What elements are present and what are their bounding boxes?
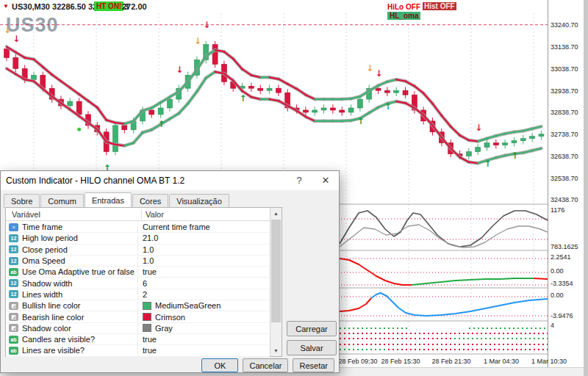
button-carregar[interactable]: Carregar bbox=[287, 321, 337, 336]
button-cancelar[interactable]: Cancelar bbox=[243, 358, 288, 372]
param-name: Use Oma Adaptive true or false bbox=[22, 267, 137, 276]
symbol-dropdown-icon[interactable]: ▼ bbox=[3, 3, 9, 10]
tab-entradas[interactable]: Entradas bbox=[85, 192, 132, 208]
scroll-up-icon[interactable]: ▲ bbox=[270, 208, 282, 219]
enum-type-icon: ≡ bbox=[9, 223, 18, 231]
param-name: Shadow color bbox=[22, 324, 137, 333]
color-type-icon: ◩ bbox=[9, 302, 18, 310]
chart-header-bar: ▼ US30,M30 32286.50 32289.00 3 HT ON! 27… bbox=[0, 0, 548, 13]
param-value: 1.0 bbox=[137, 256, 270, 266]
bool-type-icon: ab bbox=[9, 336, 18, 344]
hist-off-badge[interactable]: Hist OFF bbox=[423, 2, 456, 10]
param-name: Lines width bbox=[22, 290, 137, 299]
close-button[interactable]: ✕ bbox=[312, 171, 339, 190]
table-row[interactable]: abLines are visible?true bbox=[6, 345, 270, 356]
param-value: true bbox=[137, 334, 270, 344]
table-body: ≡Time frameCurrent time frame12High low … bbox=[6, 222, 270, 357]
price-scale-column[interactable] bbox=[548, 0, 584, 367]
svg-text:↑: ↑ bbox=[384, 101, 392, 112]
tab-visualização[interactable]: Visualização bbox=[169, 194, 229, 208]
param-value: Crimson bbox=[137, 311, 270, 322]
side-buttons: CarregarSalvar bbox=[287, 321, 337, 355]
table-row[interactable]: 12Shadow width6 bbox=[6, 278, 270, 289]
button-salvar[interactable]: Salvar bbox=[287, 340, 337, 355]
color-swatch bbox=[143, 324, 151, 332]
button-ok[interactable]: OK bbox=[201, 358, 238, 372]
table-row[interactable]: abCandles are visible?true bbox=[6, 334, 270, 345]
param-name: Candles are visible? bbox=[22, 335, 137, 344]
number-type-icon: 12 bbox=[9, 245, 18, 253]
tab-cores[interactable]: Cores bbox=[132, 194, 168, 208]
param-name: Bullish line color bbox=[22, 301, 137, 310]
param-value: true bbox=[137, 345, 270, 355]
bool-type-icon: ab bbox=[9, 347, 18, 355]
param-value-text: 2 bbox=[143, 290, 147, 299]
param-value: Current time frame bbox=[137, 222, 270, 232]
table-row[interactable]: 12High low period21.0 bbox=[6, 233, 270, 244]
table-row[interactable]: ◩Bullish line colorMediumSeaGreen bbox=[6, 300, 270, 311]
number-type-icon: 12 bbox=[9, 279, 18, 287]
param-value: 1.0 bbox=[137, 245, 270, 255]
ht-on-badge[interactable]: HT ON! bbox=[94, 1, 123, 11]
svg-text:↓: ↓ bbox=[203, 20, 210, 30]
tab-comum[interactable]: Comum bbox=[40, 194, 84, 208]
svg-text:↓: ↓ bbox=[194, 36, 201, 46]
spread-value: 272.00 bbox=[122, 2, 147, 11]
window-scrollbar[interactable] bbox=[584, 0, 588, 376]
param-value: true bbox=[137, 267, 270, 277]
bottom-buttons: OKCancelarResetar bbox=[201, 358, 334, 372]
param-value-text: Crimson bbox=[155, 313, 185, 322]
param-name: Bearish line color bbox=[22, 313, 137, 322]
color-type-icon: ◩ bbox=[9, 313, 18, 321]
hilo-off-label[interactable]: HiLo OFF bbox=[387, 3, 420, 11]
svg-text:↓: ↓ bbox=[376, 68, 383, 79]
hl-oma-badge[interactable]: HL_oma bbox=[387, 12, 420, 20]
help-button[interactable]: ? bbox=[286, 171, 312, 190]
param-value-text: MediumSeaGreen bbox=[155, 301, 220, 310]
scroll-down-icon[interactable]: ▼ bbox=[270, 345, 282, 356]
bool-type-icon: ab bbox=[9, 268, 18, 276]
svg-text:↑: ↑ bbox=[240, 93, 247, 104]
dialog-titlebar[interactable]: Custom Indicator - HILO channel OMA BT 1… bbox=[1, 171, 339, 190]
param-name: Close period bbox=[22, 245, 137, 254]
param-name: Lines are visible? bbox=[22, 346, 137, 355]
svg-text:↓: ↓ bbox=[176, 65, 183, 75]
svg-text:↓: ↓ bbox=[4, 25, 11, 35]
param-value-text: 1.0 bbox=[143, 256, 154, 265]
svg-text:↓: ↓ bbox=[366, 63, 373, 73]
column-separator[interactable] bbox=[141, 209, 142, 220]
param-value-text: true bbox=[143, 335, 157, 344]
param-value-text: 1.0 bbox=[143, 245, 154, 254]
table-row[interactable]: 12Close period1.0 bbox=[6, 245, 270, 256]
column-header-variavel[interactable]: Variável bbox=[12, 210, 40, 219]
param-value: 2 bbox=[137, 289, 270, 300]
param-name: Shadow width bbox=[22, 279, 137, 288]
param-name: Time frame bbox=[22, 223, 137, 231]
table-scrollbar[interactable]: ▲ ▼ bbox=[270, 208, 282, 356]
hilo-channel-layer bbox=[7, 47, 541, 163]
color-swatch bbox=[143, 313, 151, 321]
dialog-tabs: SobreComumEntradasCoresVisualização bbox=[4, 193, 230, 208]
table-row[interactable]: 12Oma Speed1.0 bbox=[6, 256, 270, 267]
param-value-text: Gray bbox=[155, 324, 173, 333]
param-value-text: 6 bbox=[143, 279, 147, 288]
svg-text:↓: ↓ bbox=[12, 34, 20, 44]
number-type-icon: 12 bbox=[9, 234, 18, 242]
scrollbar-thumb[interactable] bbox=[271, 220, 281, 322]
param-value-text: true bbox=[143, 267, 157, 276]
button-resetar[interactable]: Resetar bbox=[293, 358, 334, 372]
tab-sobre[interactable]: Sobre bbox=[4, 194, 40, 208]
table-row[interactable]: ≡Time frameCurrent time frame bbox=[6, 222, 270, 233]
table-row[interactable]: ◩Shadow colorGray bbox=[6, 323, 270, 334]
dialog-title: Custom Indicator - HILO channel OMA BT 1… bbox=[1, 176, 286, 186]
column-header-valor[interactable]: Valor bbox=[146, 210, 164, 219]
table-row[interactable]: ◩Bearish line colorCrimson bbox=[6, 311, 270, 322]
param-name: High low period bbox=[22, 234, 137, 242]
table-row[interactable]: 12Lines width2 bbox=[6, 289, 270, 300]
color-type-icon: ◩ bbox=[9, 324, 18, 332]
number-type-icon: 12 bbox=[9, 257, 18, 265]
svg-text:↑: ↑ bbox=[511, 151, 518, 161]
param-value-text: 21.0 bbox=[143, 234, 158, 242]
table-row[interactable]: abUse Oma Adaptive true or falsetrue bbox=[6, 267, 270, 278]
color-swatch bbox=[143, 302, 151, 310]
